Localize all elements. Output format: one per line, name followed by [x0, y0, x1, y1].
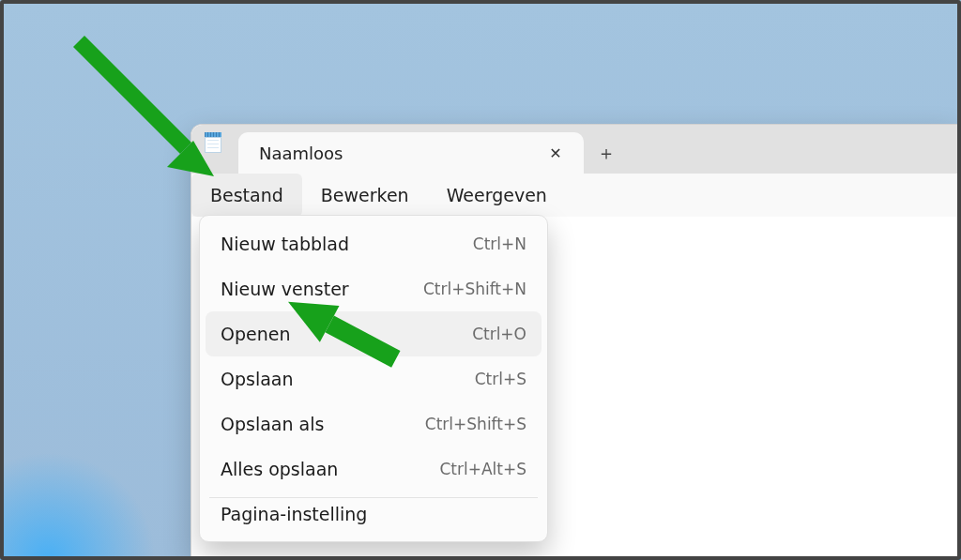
menu-separator [209, 497, 538, 498]
menu-item-save[interactable]: Opslaan Ctrl+S [206, 356, 542, 401]
menu-item-open[interactable]: Openen Ctrl+O [206, 311, 542, 356]
menu-item-page-setup[interactable]: Pagina-instelling [206, 504, 542, 536]
plus-icon: ＋ [597, 141, 616, 166]
menu-item-save-as[interactable]: Opslaan als Ctrl+Shift+S [206, 401, 542, 446]
menu-item-save-all[interactable]: Alles opslaan Ctrl+Alt+S [206, 446, 542, 492]
close-icon[interactable]: ✕ [542, 140, 569, 166]
notepad-icon [205, 132, 221, 153]
menu-item-new-tab[interactable]: Nieuw tabblad Ctrl+N [206, 221, 542, 266]
tab-title: Naamloos [259, 144, 542, 163]
menu-edit[interactable]: Bewerken [302, 174, 428, 217]
new-tab-button[interactable]: ＋ [584, 132, 629, 174]
menu-file[interactable]: Bestand [191, 174, 302, 217]
tab-active[interactable]: Naamloos ✕ [238, 132, 584, 174]
menubar: Bestand Bewerken Weergeven [191, 174, 957, 218]
notepad-window: Naamloos ✕ ＋ Bestand Bewerken Weergeven … [191, 124, 957, 556]
file-menu-dropdown: Nieuw tabblad Ctrl+N Nieuw venster Ctrl+… [199, 215, 548, 542]
menu-view[interactable]: Weergeven [428, 174, 566, 217]
menu-item-new-window[interactable]: Nieuw venster Ctrl+Shift+N [206, 266, 542, 311]
titlebar: Naamloos ✕ ＋ [191, 125, 957, 174]
